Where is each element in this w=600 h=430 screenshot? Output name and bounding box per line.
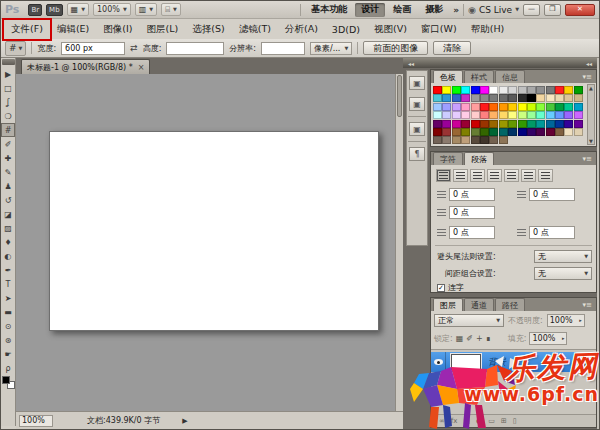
pen-tool[interactable]: ✒	[1, 263, 15, 277]
swatch-1-14[interactable]	[564, 94, 573, 102]
canvas-area[interactable]	[16, 74, 395, 411]
menu-item-10[interactable]: 帮助(H)	[464, 20, 512, 39]
swatch-1-9[interactable]	[518, 94, 527, 102]
menu-item-6[interactable]: 分析(A)	[278, 20, 325, 39]
swatch-6-6[interactable]	[489, 136, 498, 144]
swatch-4-5[interactable]	[480, 120, 489, 128]
swatch-5-9[interactable]	[518, 128, 527, 136]
lock-paint-icon[interactable]: ✐	[466, 334, 473, 343]
workspace-button-2[interactable]: 绘画	[387, 3, 417, 17]
workspace-overflow-button[interactable]: »	[453, 5, 459, 15]
swatch-4-6[interactable]	[489, 120, 498, 128]
swatch-5-13[interactable]	[555, 128, 564, 136]
panel-menu-icon[interactable]: ▾≡	[583, 73, 592, 81]
swatch-2-5[interactable]	[480, 103, 489, 111]
collapse-panels-icon[interactable]: ◂◂	[408, 60, 414, 67]
rotate-3d-tool[interactable]: ⊙	[1, 319, 15, 333]
menu-item-0[interactable]: 文件(F)	[4, 20, 50, 39]
hand-tool[interactable]: ☛	[1, 347, 15, 361]
swatch-3-15[interactable]	[574, 111, 583, 119]
bridge-button[interactable]: Br	[28, 4, 42, 16]
swatch-2-4[interactable]	[471, 103, 480, 111]
swatch-4-1[interactable]	[442, 120, 451, 128]
crop-tool[interactable]: #	[1, 123, 15, 137]
swatch-0-8[interactable]	[508, 86, 517, 94]
panel-icon-character[interactable]: ¶	[409, 147, 425, 161]
swatch-1-2[interactable]	[452, 94, 461, 102]
quick-selection-tool[interactable]: ❍	[1, 109, 15, 123]
tab-layers-1[interactable]: 通道	[464, 298, 494, 311]
justify-last-left-button[interactable]	[487, 169, 502, 182]
swatch-1-3[interactable]	[461, 94, 470, 102]
swatch-1-4[interactable]	[471, 94, 480, 102]
tab-layers-0[interactable]: 图层	[433, 298, 463, 311]
minimize-button[interactable]: —	[523, 4, 540, 16]
swatch-0-11[interactable]	[536, 86, 545, 94]
align-center-button[interactable]	[453, 169, 468, 182]
tab-paragraph-0[interactable]: 字符	[433, 152, 463, 165]
swatch-2-10[interactable]	[527, 103, 536, 111]
shape-tool[interactable]: ▬	[1, 305, 15, 319]
swatch-4-15[interactable]	[574, 120, 583, 128]
swatch-1-5[interactable]	[480, 94, 489, 102]
eyedropper-tool[interactable]: ✐	[1, 137, 15, 151]
swatch-0-7[interactable]	[499, 86, 508, 94]
tools-panel-handle[interactable]	[2, 59, 15, 65]
move-tool[interactable]: ▶	[1, 67, 15, 81]
swatch-0-9[interactable]	[518, 86, 527, 94]
kinsoku-dropdown[interactable]: 无▼	[534, 250, 592, 263]
menu-item-9[interactable]: 窗口(W)	[414, 20, 464, 39]
zoom-tool[interactable]: ρ	[1, 361, 15, 375]
swatch-0-0[interactable]	[433, 86, 442, 94]
workspace-button-3[interactable]: 摄影	[419, 3, 449, 17]
eraser-tool[interactable]: ◪	[1, 207, 15, 221]
swatch-2-1[interactable]	[442, 103, 451, 111]
clone-stamp-tool[interactable]: ♟	[1, 179, 15, 193]
swatch-5-8[interactable]	[508, 128, 517, 136]
justify-last-right-button[interactable]	[521, 169, 536, 182]
swatch-4-3[interactable]	[461, 120, 470, 128]
swatch-6-7[interactable]	[499, 136, 508, 144]
swatch-0-10[interactable]	[527, 86, 536, 94]
height-input[interactable]	[166, 42, 224, 55]
swatch-0-3[interactable]	[461, 86, 470, 94]
clear-button[interactable]: 清除	[433, 41, 471, 55]
dodge-tool[interactable]: ◐	[1, 249, 15, 263]
blend-mode-dropdown[interactable]: 正常▼	[434, 314, 504, 327]
swatch-4-11[interactable]	[536, 120, 545, 128]
swatch-2-8[interactable]	[508, 103, 517, 111]
zoom-level-dropdown[interactable]: 100%▼	[93, 3, 131, 16]
resolution-unit-dropdown[interactable]: 像素/...▼	[310, 42, 352, 55]
scroll-up-icon[interactable]: ▲	[589, 85, 593, 91]
space-before-input[interactable]: 0 点	[449, 226, 495, 239]
front-image-button[interactable]: 前面的图像	[363, 41, 428, 55]
swatch-4-12[interactable]	[546, 120, 555, 128]
swatch-1-6[interactable]	[489, 94, 498, 102]
swatch-0-4[interactable]	[471, 86, 480, 94]
gradient-tool[interactable]: ▨	[1, 221, 15, 235]
swatch-3-5[interactable]	[480, 111, 489, 119]
tab-layers-2[interactable]: 路径	[495, 298, 525, 311]
swatch-0-2[interactable]	[452, 86, 461, 94]
swatch-1-0[interactable]	[433, 94, 442, 102]
arrange-documents-dropdown[interactable]: ▥▼	[135, 3, 157, 16]
swatch-2-9[interactable]	[518, 103, 527, 111]
swatch-5-14[interactable]	[564, 128, 573, 136]
hyphenate-checkbox[interactable]: ✓	[437, 284, 445, 292]
tab-paragraph-1[interactable]: 段落	[464, 152, 494, 165]
swatch-1-10[interactable]	[527, 94, 536, 102]
swatch-6-4[interactable]	[471, 136, 480, 144]
marquee-tool[interactable]: □	[1, 81, 15, 95]
swatch-1-7[interactable]	[499, 94, 508, 102]
swatch-4-7[interactable]	[499, 120, 508, 128]
swatch-1-11[interactable]	[536, 94, 545, 102]
panel-icon-history[interactable]: ▣	[409, 122, 425, 136]
swatch-5-5[interactable]	[480, 128, 489, 136]
swatch-6-5[interactable]	[480, 136, 489, 144]
blur-tool[interactable]: ♦	[1, 235, 15, 249]
swatch-3-8[interactable]	[508, 111, 517, 119]
justify-all-button[interactable]	[538, 169, 553, 182]
tab-swatches-2[interactable]: 信息	[495, 70, 525, 83]
swatch-1-12[interactable]	[546, 94, 555, 102]
tab-swatches-0[interactable]: 色板	[433, 70, 463, 83]
